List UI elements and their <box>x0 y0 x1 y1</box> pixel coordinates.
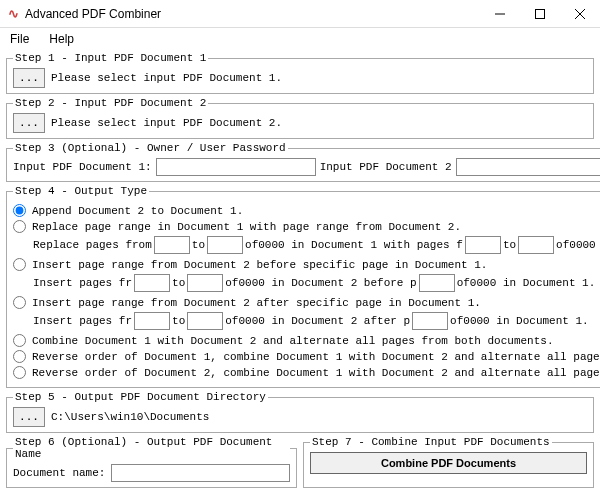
pwd1-label: Input PDF Document 1: <box>13 161 152 173</box>
radio-insert-after[interactable] <box>13 296 26 309</box>
menu-file[interactable]: File <box>6 30 33 48</box>
ia-page[interactable] <box>412 312 448 330</box>
minimize-button[interactable] <box>480 0 520 28</box>
replace-to1: to <box>192 239 205 251</box>
step3-legend: Step 3 (Optional) - Owner / User Passwor… <box>13 142 288 154</box>
step5-browse-button[interactable]: ... <box>13 407 45 427</box>
step7-group: Step 7 - Combine Input PDF Documents Com… <box>303 436 594 488</box>
ia-to: to <box>172 315 185 327</box>
step1-browse-button[interactable]: ... <box>13 68 45 88</box>
radio-replace[interactable] <box>13 220 26 233</box>
step2-group: Step 2 - Input PDF Document 2 ... Please… <box>6 97 594 139</box>
step4-legend: Step 4 - Output Type <box>13 185 149 197</box>
pwd2-input[interactable] <box>456 158 600 176</box>
app-icon: ∿ <box>8 6 19 22</box>
title-bar: ∿ Advanced PDF Combiner <box>0 0 600 28</box>
combine-button[interactable]: Combine PDF Documents <box>310 452 587 474</box>
ib-to-input[interactable] <box>187 274 223 292</box>
label-replace: Replace page range in Document 1 with pa… <box>32 221 461 233</box>
maximize-button[interactable] <box>520 0 560 28</box>
label-append: Append Document 2 to Document 1. <box>32 205 243 217</box>
step2-text: Please select input PDF Document 2. <box>51 117 282 129</box>
output-dir: C:\Users\win10\Documents <box>51 411 209 423</box>
label-insert-after: Insert page range from Document 2 after … <box>32 297 481 309</box>
ia-end: of0000 in Document 1. <box>450 315 589 327</box>
ib-from[interactable] <box>134 274 170 292</box>
label-rev2: Reverse order of Document 2, combine Doc… <box>32 367 600 379</box>
pwd1-input[interactable] <box>156 158 316 176</box>
replace-from2[interactable] <box>465 236 501 254</box>
ib-to: to <box>172 277 185 289</box>
pwd2-label: Input PDF Document 2 <box>320 161 452 173</box>
ib-mid: of0000 in Document 2 before p <box>225 277 416 289</box>
radio-insert-before[interactable] <box>13 258 26 271</box>
menu-bar: File Help <box>0 28 600 50</box>
ia-pre: Insert pages fr <box>33 315 132 327</box>
step5-legend: Step 5 - Output PDF Document Directory <box>13 391 268 403</box>
radio-rev2[interactable] <box>13 366 26 379</box>
ib-pre: Insert pages fr <box>33 277 132 289</box>
radio-rev1[interactable] <box>13 350 26 363</box>
docname-label: Document name: <box>13 467 105 479</box>
radio-append[interactable] <box>13 204 26 217</box>
ia-to-input[interactable] <box>187 312 223 330</box>
step1-text: Please select input PDF Document 1. <box>51 72 282 84</box>
docname-input[interactable] <box>111 464 290 482</box>
label-combine-alt: Combine Document 1 with Document 2 and a… <box>32 335 554 347</box>
replace-end: of0000 in Document 2. <box>556 239 600 251</box>
replace-mid: of0000 in Document 1 with pages f <box>245 239 463 251</box>
window-title: Advanced PDF Combiner <box>25 7 480 21</box>
ia-mid: of0000 in Document 2 after p <box>225 315 410 327</box>
step2-browse-button[interactable]: ... <box>13 113 45 133</box>
menu-help[interactable]: Help <box>45 30 78 48</box>
step6-group: Step 6 (Optional) - Output PDF Document … <box>6 436 297 488</box>
close-button[interactable] <box>560 0 600 28</box>
svg-rect-1 <box>536 9 545 18</box>
replace-to1-input[interactable] <box>207 236 243 254</box>
ia-from[interactable] <box>134 312 170 330</box>
step5-group: Step 5 - Output PDF Document Directory .… <box>6 391 594 433</box>
step4-group: Step 4 - Output Type Append Document 2 t… <box>6 185 600 388</box>
replace-pre: Replace pages from <box>33 239 152 251</box>
label-insert-before: Insert page range from Document 2 before… <box>32 259 487 271</box>
step1-legend: Step 1 - Input PDF Document 1 <box>13 52 208 64</box>
step1-group: Step 1 - Input PDF Document 1 ... Please… <box>6 52 594 94</box>
step6-legend: Step 6 (Optional) - Output PDF Document … <box>13 436 290 460</box>
radio-combine-alt[interactable] <box>13 334 26 347</box>
ib-end: of0000 in Document 1. <box>457 277 596 289</box>
step2-legend: Step 2 - Input PDF Document 2 <box>13 97 208 109</box>
ib-page[interactable] <box>419 274 455 292</box>
label-rev1: Reverse order of Document 1, combine Doc… <box>32 351 600 363</box>
replace-from1[interactable] <box>154 236 190 254</box>
replace-to2-input[interactable] <box>518 236 554 254</box>
step3-group: Step 3 (Optional) - Owner / User Passwor… <box>6 142 600 182</box>
replace-to2: to <box>503 239 516 251</box>
step7-legend: Step 7 - Combine Input PDF Documents <box>310 436 552 448</box>
